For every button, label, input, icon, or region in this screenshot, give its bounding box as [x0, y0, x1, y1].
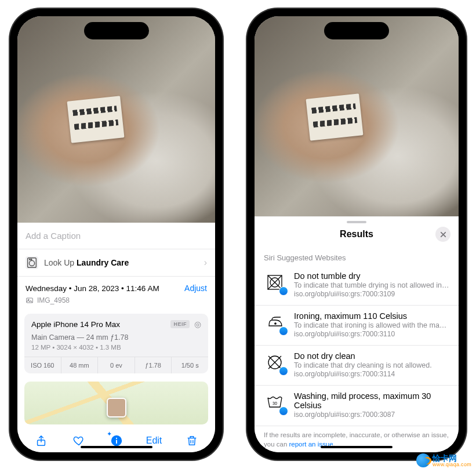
close-button[interactable] [435, 227, 450, 242]
no-dry-clean-icon [264, 351, 286, 373]
safari-badge-icon [279, 406, 288, 416]
result-item[interactable]: Do not tumble dry To indicate that tumbl… [255, 266, 459, 306]
edit-label: Edit [146, 435, 162, 446]
home-indicator[interactable] [81, 446, 152, 448]
laundry-icon [26, 256, 38, 269]
result-title: Do not tumble dry [294, 271, 449, 281]
filename-text: IMG_4958 [37, 296, 70, 304]
iphone-frame-left: Add a Caption Look Up Laundry Care › Wed… [9, 8, 223, 460]
photo-preview[interactable] [17, 16, 215, 223]
chevron-right-icon: › [204, 257, 207, 268]
location-map[interactable] [24, 382, 208, 424]
safari-badge-icon [279, 366, 288, 376]
date-text: Wednesday • Jun 28, 2023 • 11:46 AM [26, 284, 159, 293]
device-name: Apple iPhone 14 Pro Max [31, 320, 166, 329]
close-icon [440, 231, 446, 238]
svg-point-2 [30, 259, 30, 260]
sheet-grabber[interactable] [347, 221, 366, 223]
datetime-row: Wednesday • Jun 28, 2023 • 11:46 AM Adju… [17, 277, 215, 295]
result-url: iso.org/obp/ui#iso:grs:7000:3114 [294, 370, 449, 378]
adjust-button[interactable]: Adjust [184, 284, 207, 293]
watermark-logo-icon [416, 453, 430, 467]
exif-focal: 48 mm [61, 357, 99, 373]
svg-text:30: 30 [272, 401, 277, 405]
sheet-title: Results [278, 229, 435, 239]
dynamic-island [84, 22, 149, 39]
section-header: Siri Suggested Websites [255, 249, 459, 266]
result-title: Washing, mild process, maximum 30 Celsiu… [294, 391, 449, 410]
visual-lookup-row[interactable]: Look Up Laundry Care › [17, 249, 215, 277]
svg-point-1 [29, 260, 34, 266]
exif-iso: ISO 160 [24, 357, 61, 373]
photo-icon [26, 296, 34, 304]
svg-point-9 [115, 438, 117, 439]
delete-button[interactable] [179, 431, 205, 450]
laundry-tag-in-photo [306, 93, 363, 140]
result-item[interactable]: Ironing, maximum 110 Celsius To indicate… [255, 306, 459, 346]
exif-ev: 0 ev [98, 357, 135, 373]
result-title: Do not dry clean [294, 351, 449, 361]
caption-input[interactable]: Add a Caption [17, 223, 215, 249]
result-desc: To indicate that dry cleaning is not all… [294, 361, 449, 369]
iphone-frame-right: Results Siri Suggested Websites Do not t… [246, 8, 467, 460]
lookup-text: Look Up Laundry Care [44, 258, 129, 267]
meta-line: 12 MP • 3024 × 4032 • 1.3 MB [31, 344, 201, 351]
photo-info-panel: Add a Caption Look Up Laundry Care › Wed… [17, 223, 215, 452]
footer-note: If the results are incomplete, inaccurat… [255, 426, 459, 452]
filename-row: IMG_4958 [17, 295, 215, 311]
results-sheet: Results Siri Suggested Websites Do not t… [255, 216, 459, 452]
map-photo-pin [107, 398, 126, 417]
lens-line: Main Camera — 24 mm ƒ1.78 [31, 333, 201, 342]
share-button[interactable] [28, 431, 54, 450]
photo-preview[interactable] [255, 16, 459, 216]
home-indicator[interactable] [321, 446, 393, 448]
laundry-tag-in-photo [67, 96, 124, 143]
target-icon: ◎ [194, 319, 201, 329]
result-desc: To indicate that ironing is allowed with… [294, 321, 449, 329]
safari-badge-icon [279, 326, 288, 336]
sheet-header: Results [255, 226, 459, 249]
format-badge: HEIF [170, 320, 190, 328]
iron-110-icon [264, 311, 286, 333]
exif-shutter: 1/50 s [172, 357, 208, 373]
result-url: iso.org/obp/ui#iso:grs:7000:3110 [294, 330, 449, 338]
svg-point-3 [31, 259, 31, 260]
no-tumble-dry-icon [264, 271, 286, 293]
watermark-domain: www.qiaqa.com [433, 462, 471, 467]
sparkle-icon: ✦ [107, 430, 112, 438]
result-item[interactable]: 30 Washing, mild process, maximum 30 Cel… [255, 386, 459, 426]
result-item[interactable]: Do not dry clean To indicate that dry cl… [255, 346, 459, 386]
exif-aperture: ƒ1.78 [135, 357, 172, 373]
svg-rect-8 [116, 440, 117, 444]
exif-row: ISO 160 48 mm 0 ev ƒ1.78 1/50 s [24, 357, 208, 373]
result-url: iso.org/obp/ui#iso:grs:7000:3109 [294, 290, 449, 298]
result-title: Ironing, maximum 110 Celsius [294, 311, 449, 321]
wash-30-icon: 30 [264, 391, 286, 413]
screen-right: Results Siri Suggested Websites Do not t… [255, 16, 459, 452]
safari-badge-icon [279, 286, 288, 296]
watermark: 恰卡网 www.qiaqa.com [416, 453, 471, 467]
dynamic-island [324, 22, 389, 39]
screen-left: Add a Caption Look Up Laundry Care › Wed… [17, 16, 215, 452]
camera-metadata-card: Apple iPhone 14 Pro Max HEIF ◎ Main Came… [24, 314, 208, 373]
svg-point-12 [275, 323, 276, 324]
result-desc: To indicate that tumble drying is not al… [294, 281, 449, 289]
result-url: iso.org/obp/ui#iso:grs:7000:3087 [294, 411, 449, 419]
watermark-name: 恰卡网 [433, 454, 471, 462]
